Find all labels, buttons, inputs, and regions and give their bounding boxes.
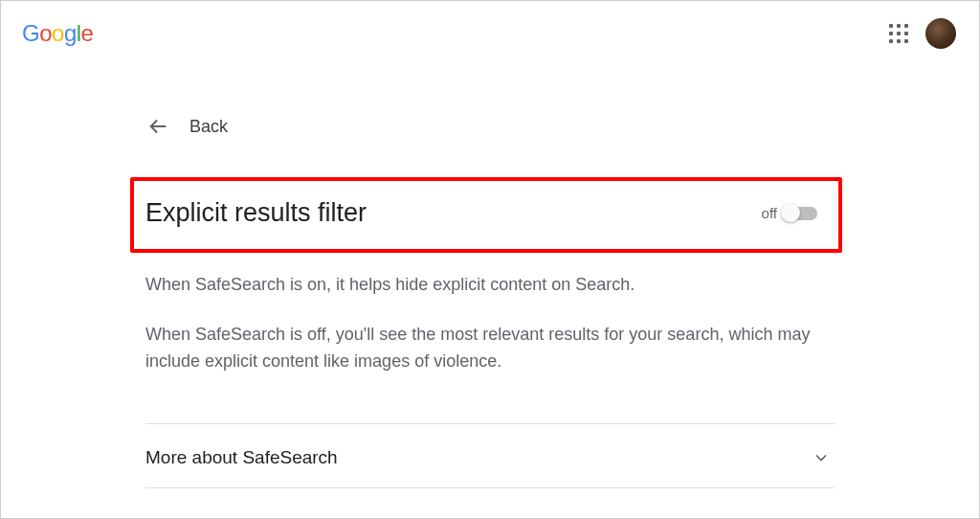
expand-title: More about SafeSearch xyxy=(145,447,338,468)
back-button[interactable]: Back xyxy=(147,116,835,137)
content: Back Explicit results filter off When Sa… xyxy=(126,49,854,488)
explicit-filter-setting: Explicit results filter off xyxy=(130,177,842,253)
header-right xyxy=(887,18,956,49)
back-label: Back xyxy=(189,117,228,137)
toggle-wrap: off xyxy=(762,205,817,221)
toggle-knob xyxy=(781,203,800,222)
explicit-filter-toggle[interactable] xyxy=(783,207,817,220)
toggle-state-label: off xyxy=(762,205,777,221)
more-about-safesearch[interactable]: More about SafeSearch xyxy=(145,424,835,487)
chevron-down-icon xyxy=(812,448,831,467)
back-arrow-icon xyxy=(147,116,168,137)
description-off: When SafeSearch is off, you'll see the m… xyxy=(145,322,835,375)
google-logo[interactable]: Google xyxy=(22,20,93,47)
filter-title: Explicit results filter xyxy=(145,198,367,228)
apps-grid-icon[interactable] xyxy=(887,22,910,45)
avatar[interactable] xyxy=(925,18,956,49)
header: Google xyxy=(1,1,979,49)
description-on: When SafeSearch is on, it helps hide exp… xyxy=(145,272,835,299)
divider xyxy=(145,487,835,488)
